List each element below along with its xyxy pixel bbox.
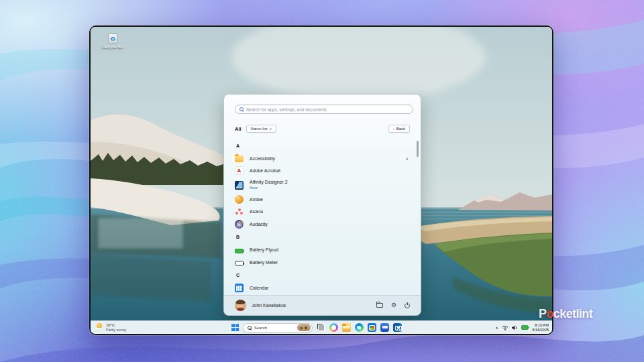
app-item-affinity-designer[interactable]: Affinity Designer 2 New — [235, 177, 413, 193]
app-item-adobe-acrobat[interactable]: A Adobe Acrobat — [235, 165, 413, 178]
app-label: Audacity — [250, 222, 268, 227]
back-chevron-icon: ‹ — [393, 127, 394, 131]
recycle-bin-icon: ♻ — [108, 34, 117, 44]
start-button[interactable] — [231, 324, 239, 331]
app-item-calendar[interactable]: Calendar — [235, 282, 413, 295]
app-list: A Accessibility ∨ A Adobe Acrobat Affini… — [235, 139, 413, 294]
audacity-icon — [235, 220, 244, 229]
file-explorer-button[interactable] — [342, 323, 351, 332]
app-sublabel-new: New — [250, 186, 288, 191]
app-label: Calendar — [250, 286, 268, 290]
scrollbar-thumb[interactable] — [417, 141, 419, 157]
start-search-box[interactable] — [235, 105, 413, 114]
taskbar-search-label: Search — [254, 326, 267, 330]
back-button-label: Back — [396, 127, 405, 131]
user-avatar[interactable] — [235, 300, 246, 311]
settings-gear-icon[interactable]: ⚙ — [391, 302, 396, 308]
file-explorer-shortcut-icon[interactable] — [376, 303, 383, 308]
section-header-a: A — [235, 139, 413, 152]
app-item-ambie[interactable]: Ambie — [235, 193, 413, 206]
app-label: Affinity Designer 2 — [250, 180, 288, 186]
desktop[interactable]: ♻ Recycle Bin All Name list ∨ ‹ Back — [91, 27, 552, 334]
taskbar-clock[interactable]: 8:10 PM 5/16/2025 — [533, 323, 549, 332]
calendar-icon — [235, 284, 244, 292]
clock-date: 5/16/2025 — [533, 328, 549, 333]
outlook-button[interactable] — [393, 323, 402, 332]
folder-icon — [235, 156, 244, 162]
sort-dropdown-label: Name list — [251, 127, 268, 131]
battery-meter-icon — [235, 261, 244, 265]
speaker-icon[interactable] — [512, 325, 518, 330]
adobe-acrobat-icon: A — [235, 166, 244, 175]
weather-sun-cloud-icon — [95, 323, 103, 331]
battery-flyout-icon — [235, 249, 244, 253]
app-item-battery-meter[interactable]: Battery Meter — [235, 256, 413, 269]
chevron-down-icon: ∨ — [270, 127, 272, 131]
section-header-b: B — [235, 231, 413, 244]
teams-button[interactable] — [380, 323, 389, 332]
taskbar-search-box[interactable]: Search — [243, 323, 313, 333]
user-name[interactable]: John Kanellakos — [252, 303, 286, 308]
weather-widget[interactable]: 16°C Partly sunny — [95, 323, 126, 332]
ambie-icon — [235, 195, 244, 204]
start-search-input[interactable] — [246, 107, 409, 112]
system-tray: ∧ 8:10 PM 5/16/2025 — [495, 323, 549, 332]
taskbar: 16°C Partly sunny Search — [91, 320, 552, 334]
filter-row: All Name list ∨ ‹ Back — [235, 124, 410, 133]
logo-text: P — [539, 307, 546, 320]
back-button[interactable]: ‹ Back — [388, 125, 410, 133]
app-label: Ambie — [250, 197, 263, 202]
search-highlight-thumbnail — [297, 324, 311, 331]
wifi-icon[interactable] — [502, 325, 508, 330]
search-icon — [248, 326, 252, 330]
clock-time: 8:10 PM — [535, 323, 549, 328]
monitor-frame: ♻ Recycle Bin All Name list ∨ ‹ Back — [89, 25, 553, 335]
app-label: Battery Flyout — [250, 247, 278, 252]
affinity-designer-icon — [235, 181, 244, 190]
sort-dropdown-button[interactable]: Name list ∨ — [246, 125, 277, 133]
task-view-button[interactable] — [317, 323, 325, 332]
filter-all-label: All — [235, 126, 241, 132]
app-label: Adobe Acrobat — [250, 168, 280, 173]
recycle-bin[interactable]: ♻ Recycle Bin — [97, 32, 128, 49]
weather-condition: Partly sunny — [106, 328, 126, 332]
app-item-asana[interactable]: Asana — [235, 206, 413, 219]
microsoft-store-button[interactable] — [368, 323, 376, 332]
recycle-bin-label: Recycle Bin — [97, 45, 128, 49]
logo-accent-o: o — [546, 307, 553, 320]
start-menu: All Name list ∨ ‹ Back A Accessibility ∨ — [223, 94, 421, 316]
app-label: Accessibility — [250, 156, 275, 161]
chevron-down-icon: ∨ — [406, 156, 413, 161]
tray-chevron-up-icon[interactable]: ∧ — [495, 325, 498, 330]
edge-button[interactable] — [355, 323, 364, 332]
copilot-button[interactable] — [329, 323, 338, 332]
app-label: Asana — [250, 209, 263, 214]
section-header-c: C — [235, 269, 413, 282]
app-label: Battery Meter — [250, 260, 278, 265]
search-icon — [239, 107, 244, 111]
app-item-accessibility[interactable]: Accessibility ∨ — [235, 152, 413, 165]
pocket-lint-logo: Pocketlint — [539, 307, 592, 321]
asana-icon — [235, 207, 244, 216]
app-item-battery-flyout[interactable]: Battery Flyout — [235, 244, 413, 257]
battery-icon[interactable] — [521, 325, 529, 330]
logo-text: cketlint — [553, 307, 592, 320]
start-menu-footer: John Kanellakos ⚙ — [224, 295, 421, 315]
app-item-audacity[interactable]: Audacity — [235, 218, 413, 231]
power-icon[interactable] — [405, 303, 410, 308]
weather-temperature: 16°C — [106, 323, 126, 328]
